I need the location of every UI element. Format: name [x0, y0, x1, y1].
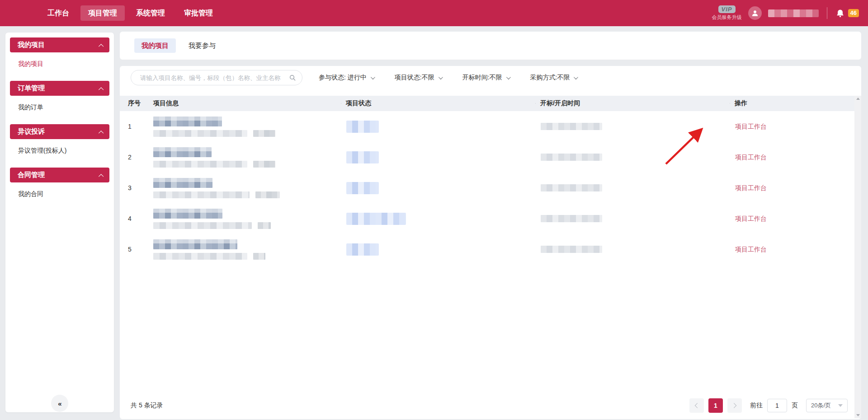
project-subtitle-redacted: [153, 130, 247, 137]
table-row: 2 项目工作台: [120, 142, 854, 173]
vip-caption: 会员服务升级: [712, 14, 742, 21]
status-badge-redacted: [346, 213, 406, 225]
table-header: 序号 项目信息 项目状态 开标/开启时间 操作: [120, 96, 854, 111]
sidebar-section-header[interactable]: 异议投诉: [10, 124, 109, 139]
project-info-redacted: [153, 117, 341, 137]
project-subtitle-redacted: [153, 222, 252, 229]
project-subtitle-redacted: [153, 191, 250, 198]
project-workbench-link[interactable]: 项目工作台: [735, 215, 767, 222]
avatar[interactable]: [748, 6, 762, 20]
open-time-redacted: [541, 123, 602, 130]
project-subtitle-redacted: [153, 161, 247, 168]
nav-menu-item[interactable]: 审批管理: [176, 5, 221, 21]
project-info-redacted: [153, 209, 341, 229]
table-body: 1 项目工作台: [120, 111, 854, 265]
project-subtitle-redacted: [153, 253, 247, 260]
search-icon[interactable]: [289, 74, 296, 81]
column-header-action: 操作: [730, 99, 854, 107]
goto-label: 前往: [750, 401, 763, 410]
open-time-cell: [535, 184, 730, 191]
filter-dropdown[interactable]: 采购方式:不限: [530, 74, 577, 82]
chevron-right-icon: [731, 403, 736, 408]
notification-count-badge: 46: [848, 9, 859, 17]
user-icon: [751, 9, 759, 17]
search-input[interactable]: [139, 74, 289, 82]
table-row: 1 项目工作台: [120, 111, 854, 142]
page-unit-label: 页: [792, 401, 798, 410]
bell-icon: [835, 9, 845, 18]
nav-menu-item[interactable]: 项目管理: [80, 5, 125, 21]
nav-divider: [827, 7, 827, 19]
project-workbench-link[interactable]: 项目工作台: [735, 246, 767, 253]
action-cell: 项目工作台: [730, 122, 854, 131]
filters: 参与状态: 进行中 项目状态:不限 开标时间:不限 采购方式:不限: [319, 74, 577, 82]
sidebar-section-header[interactable]: 我的项目: [10, 37, 109, 52]
vip-icon: VIP: [718, 5, 736, 13]
column-header-status: 项目状态: [341, 99, 535, 107]
table-scrollbar[interactable]: [854, 96, 861, 418]
project-workbench-link[interactable]: 项目工作台: [735, 123, 767, 130]
filter-dropdown[interactable]: 开标时间:不限: [462, 74, 509, 82]
notifications-button[interactable]: 46: [835, 9, 859, 18]
username-redacted[interactable]: [768, 9, 819, 17]
filter-label: 项目状态:不限: [395, 74, 434, 82]
status-cell: [341, 121, 535, 133]
sidebar-collapse-button[interactable]: «: [51, 395, 68, 412]
sidebar-item[interactable]: 我的订单: [5, 96, 114, 119]
next-page-button[interactable]: [727, 398, 742, 413]
tabs-bar: 我的项目 我要参与: [120, 32, 861, 60]
project-workbench-link[interactable]: 项目工作台: [735, 154, 767, 161]
sidebar-section-header[interactable]: 订单管理: [10, 81, 109, 96]
column-header-time: 开标/开启时间: [535, 99, 730, 107]
toolbar: 参与状态: 进行中 项目状态:不限 开标时间:不限 采购方式:不限: [131, 70, 577, 85]
status-cell: [341, 151, 535, 163]
tab[interactable]: 我要参与: [181, 38, 223, 53]
filter-label: 开标时间:不限: [462, 74, 502, 82]
page-number-button[interactable]: 1: [708, 398, 723, 413]
sidebar: 我的项目 我的项目 订单管理 我的订单: [5, 33, 114, 412]
filter-dropdown[interactable]: 参与状态: 进行中: [319, 74, 374, 82]
open-time-cell: [535, 246, 730, 253]
tab[interactable]: 我的项目: [134, 38, 176, 53]
row-index: 4: [126, 215, 153, 222]
sidebar-section-title: 订单管理: [18, 84, 45, 93]
project-tag-redacted: [258, 222, 271, 229]
project-tag-redacted: [253, 253, 265, 260]
sidebar-item[interactable]: 异议管理(投标人): [5, 139, 114, 163]
project-info-redacted: [153, 178, 341, 198]
table-row: 5 项目工作台: [120, 234, 854, 265]
row-index: 2: [126, 154, 153, 161]
chevron-down-icon: [506, 75, 511, 79]
goto-page-input[interactable]: [767, 399, 787, 412]
project-info-redacted: [153, 147, 341, 168]
sidebar-section-header[interactable]: 合同管理: [10, 168, 109, 182]
page-size-select[interactable]: 20条/页: [806, 399, 848, 412]
prev-page-button[interactable]: [689, 398, 704, 413]
chevron-up-icon: [99, 87, 104, 92]
pagination: 1 前往 页 20条/页: [689, 398, 848, 413]
vip-upgrade[interactable]: VIP 会员服务升级: [712, 5, 742, 21]
status-badge-redacted: [346, 182, 379, 194]
project-workbench-link[interactable]: 项目工作台: [735, 184, 767, 191]
sidebar-section-title: 我的项目: [18, 41, 45, 49]
caret-down-icon: [838, 404, 843, 407]
record-count: 共 5 条记录: [131, 401, 163, 410]
status-badge-redacted: [346, 243, 379, 256]
nav-right-group: VIP 会员服务升级 46: [712, 5, 868, 21]
open-time-redacted: [541, 246, 602, 253]
project-info-redacted: [153, 239, 341, 260]
nav-menu-item[interactable]: 工作台: [40, 5, 77, 21]
scroll-up-icon[interactable]: [856, 98, 860, 100]
search-box: [131, 70, 302, 85]
column-header-info: 项目信息: [153, 99, 341, 107]
open-time-cell: [535, 154, 730, 161]
chevron-up-icon: [99, 131, 104, 135]
scroll-down-icon[interactable]: [856, 414, 860, 416]
project-tag-redacted: [253, 161, 275, 168]
status-cell: [341, 243, 535, 256]
open-time-redacted: [541, 154, 602, 161]
nav-menu-item[interactable]: 系统管理: [128, 5, 173, 21]
sidebar-item[interactable]: 我的项目: [5, 52, 114, 76]
sidebar-item[interactable]: 我的合同: [5, 182, 114, 206]
filter-dropdown[interactable]: 项目状态:不限: [395, 74, 442, 82]
